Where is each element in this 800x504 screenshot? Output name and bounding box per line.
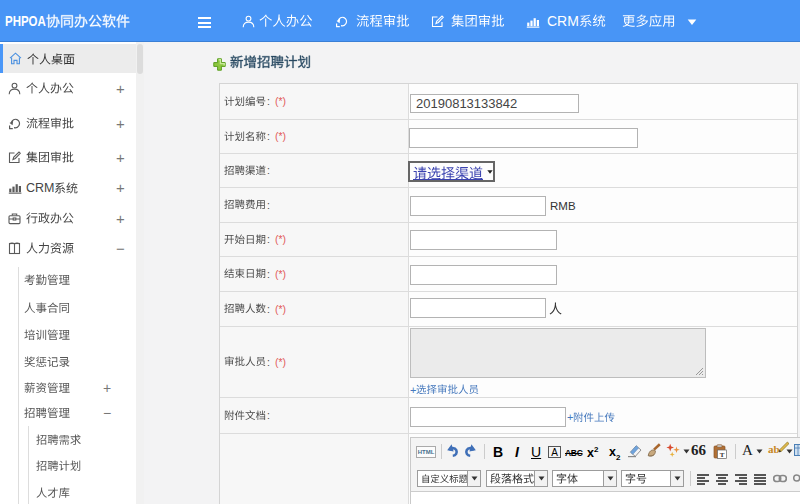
- svg-text:T: T: [720, 451, 725, 459]
